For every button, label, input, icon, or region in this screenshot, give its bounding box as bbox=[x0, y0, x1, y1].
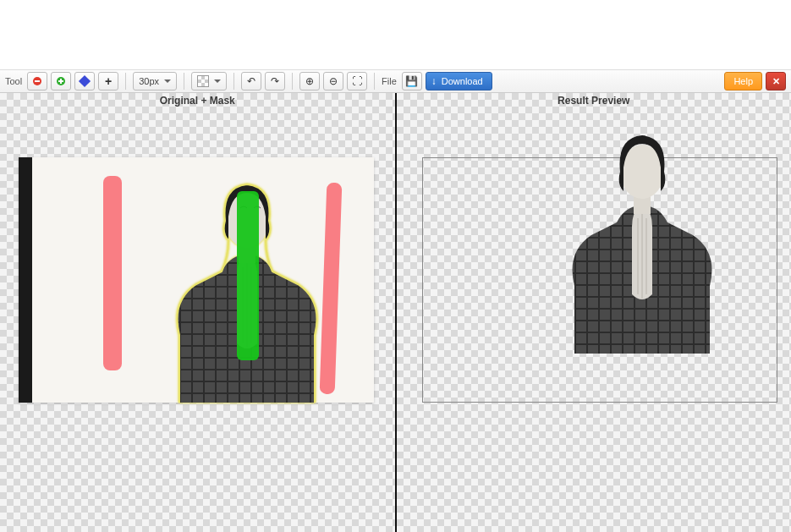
close-icon: ✕ bbox=[772, 76, 780, 87]
file-label: File bbox=[382, 76, 397, 86]
eraser-tool-button[interactable] bbox=[74, 72, 95, 90]
zoom-in-button[interactable]: ⊕ bbox=[299, 72, 320, 90]
image-edge-strip bbox=[19, 157, 32, 403]
caret-down-icon bbox=[164, 80, 171, 83]
save-button[interactable]: 💾 bbox=[402, 72, 422, 90]
zoom-out-icon: ⊖ bbox=[329, 75, 338, 87]
background-picker-dropdown[interactable] bbox=[191, 72, 227, 90]
undo-button[interactable]: ↶ bbox=[241, 72, 261, 90]
result-preview-panel[interactable]: Result Preview bbox=[397, 93, 792, 532]
plus-icon: + bbox=[105, 74, 112, 88]
toolbar: Tool + 30px ↶ ↷ ⊕ ⊖ ⛶ File 💾 ↓ bbox=[0, 69, 791, 93]
tool-label: Tool bbox=[5, 76, 22, 86]
separator bbox=[184, 73, 184, 90]
top-whitespace bbox=[0, 0, 791, 69]
download-label: Download bbox=[442, 76, 483, 86]
minus-circle-icon bbox=[33, 77, 41, 85]
original-canvas[interactable] bbox=[19, 157, 374, 403]
help-button[interactable]: Help bbox=[724, 72, 762, 90]
save-icon: 💾 bbox=[405, 75, 418, 87]
original-mask-panel[interactable]: Original + Mask bbox=[0, 93, 395, 532]
download-button[interactable]: ↓ Download bbox=[426, 72, 492, 90]
redo-icon: ↷ bbox=[271, 75, 279, 87]
separator bbox=[233, 73, 234, 90]
eraser-icon bbox=[79, 75, 91, 87]
right-panel-title: Result Preview bbox=[397, 95, 792, 107]
separator bbox=[125, 73, 126, 90]
transparency-checker-icon bbox=[197, 75, 209, 87]
download-arrow-icon: ↓ bbox=[431, 75, 437, 87]
help-label: Help bbox=[733, 76, 753, 86]
brush-size-dropdown[interactable]: 30px bbox=[133, 72, 177, 90]
left-panel-title: Original + Mask bbox=[0, 95, 395, 107]
caret-down-icon bbox=[214, 80, 221, 83]
remove-mark-tool-button[interactable] bbox=[27, 72, 47, 90]
separator bbox=[374, 73, 375, 90]
close-button[interactable]: ✕ bbox=[766, 72, 786, 90]
zoom-out-button[interactable]: ⊖ bbox=[323, 72, 343, 90]
keep-mark-stroke bbox=[237, 191, 259, 360]
brush-size-value: 30px bbox=[139, 76, 159, 86]
workspace: Original + Mask bbox=[0, 93, 791, 532]
keep-mark-tool-button[interactable] bbox=[51, 72, 71, 90]
separator bbox=[292, 73, 293, 90]
zoom-in-icon: ⊕ bbox=[305, 75, 314, 87]
hair-tool-button[interactable]: + bbox=[98, 72, 118, 90]
result-subject-person bbox=[558, 125, 727, 354]
fit-screen-button[interactable]: ⛶ bbox=[347, 72, 367, 90]
undo-icon: ↶ bbox=[247, 75, 255, 87]
redo-button[interactable]: ↷ bbox=[265, 72, 285, 90]
plus-circle-icon bbox=[57, 77, 65, 85]
fit-screen-icon: ⛶ bbox=[352, 75, 362, 87]
remove-mark-stroke bbox=[103, 176, 122, 370]
